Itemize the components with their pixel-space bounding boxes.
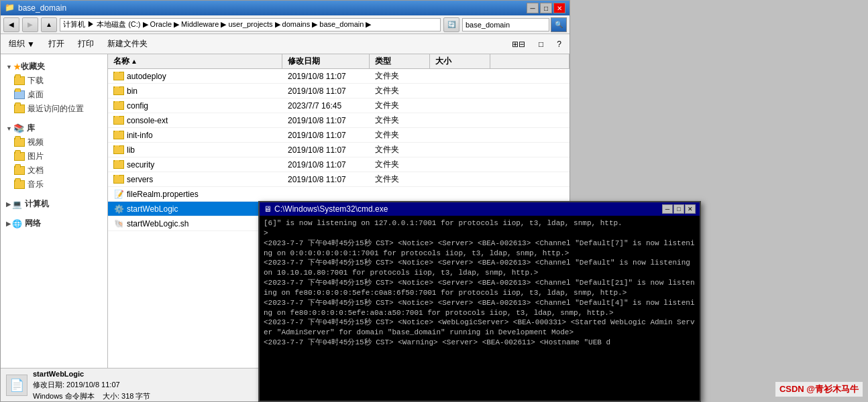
file-type-cell: 文件夹 — [370, 70, 430, 82]
cmd-title-bar: 🖥 C:\Windows\System32\cmd.exe ─ □ ✕ — [260, 202, 700, 216]
folder-icon — [14, 138, 25, 147]
cmd-body[interactable]: [6]" is now listening on 127.0.0.1:7001 … — [260, 216, 700, 401]
views-button[interactable]: ⊞⊟ — [509, 38, 528, 50]
folder-icon — [14, 180, 25, 189]
status-type: Windows 命令脚本 — [33, 392, 95, 400]
print-button[interactable]: 打印 — [75, 37, 97, 51]
table-row[interactable]: config 2023/7/7 16:45 文件夹 — [108, 98, 569, 113]
file-type-cell: 文件夹 — [370, 159, 430, 170]
table-row[interactable]: autodeploy 2019/10/8 11:07 文件夹 — [108, 69, 569, 84]
music-label: 音乐 — [28, 179, 44, 190]
file-icon: ⚙️ — [113, 204, 124, 214]
lib-expand-icon: ▼ — [6, 125, 12, 132]
favorites-header[interactable]: ▼ ★ 收藏夹 — [1, 60, 107, 74]
file-list-header: 名称 ▲ 修改日期 类型 大小 — [108, 54, 569, 69]
file-name-cell: init-info — [108, 131, 282, 140]
status-file-icon: 📄 — [6, 375, 28, 396]
sidebar-item-desktop[interactable]: 桌面 — [1, 88, 107, 102]
table-row[interactable]: servers 2019/10/8 11:07 文件夹 — [108, 172, 569, 187]
file-type-cell: 文件夹 — [370, 100, 430, 111]
table-row[interactable]: console-ext 2019/10/8 11:07 文件夹 — [108, 113, 569, 128]
cmd-maximize-button[interactable]: □ — [673, 204, 684, 214]
address-path[interactable]: 计算机 ▶ 本地磁盘 (C:) ▶ Oracle ▶ Middleware ▶ … — [60, 18, 441, 31]
file-name-cell: servers — [108, 175, 282, 184]
folder-icon — [113, 145, 124, 154]
network-section: ▶ 🌐 网络 — [1, 214, 107, 233]
recent-label: 最近访问的位置 — [28, 103, 84, 115]
sidebar-item-video[interactable]: 视频 — [1, 135, 107, 149]
file-name-text: startWebLogic — [127, 204, 178, 214]
file-name-text: autodeploy — [127, 72, 166, 81]
favorites-expand-icon: ▼ — [6, 64, 12, 70]
search-input[interactable] — [462, 18, 549, 31]
cmd-close-button[interactable]: ✕ — [685, 204, 696, 214]
computer-header[interactable]: ▶ 💻 计算机 — [1, 197, 107, 211]
organize-dropdown-icon: ▼ — [27, 40, 35, 49]
cmd-minimize-button[interactable]: ─ — [662, 204, 673, 214]
file-name-cell: bin — [108, 86, 282, 96]
file-name-text: security — [127, 160, 154, 170]
sidebar-item-doc[interactable]: 文档 — [1, 163, 107, 178]
table-row[interactable]: lib 2019/10/8 11:07 文件夹 — [108, 143, 569, 157]
col-header-type[interactable]: 类型 — [370, 54, 430, 68]
organize-label: 组织 — [9, 38, 25, 50]
network-icon: 🌐 — [12, 219, 22, 228]
col-type-label: 类型 — [375, 56, 391, 67]
minimize-button[interactable]: ─ — [527, 3, 539, 13]
organize-button[interactable]: 组织 ▼ — [6, 37, 38, 51]
refresh-button[interactable]: 🔄 — [443, 17, 459, 32]
sidebar-item-image[interactable]: 图片 — [1, 149, 107, 163]
table-row[interactable]: init-info 2019/10/8 11:07 文件夹 — [108, 128, 569, 143]
up-button[interactable]: ▲ — [41, 17, 57, 32]
file-type-cell: 文件夹 — [370, 115, 430, 126]
sidebar-item-recent[interactable]: 最近访问的位置 — [1, 102, 107, 116]
open-button[interactable]: 打开 — [46, 37, 67, 51]
col-header-name[interactable]: 名称 ▲ — [108, 54, 282, 68]
csdn-watermark: CSDN @青衫木马牛 — [775, 382, 863, 397]
back-button[interactable]: ◀ — [3, 17, 19, 32]
window-controls: ─ □ ✕ — [527, 3, 565, 13]
file-name-cell: ⚙️ startWebLogic — [108, 204, 282, 214]
path-text: 计算机 ▶ 本地磁盘 (C:) ▶ Oracle ▶ Middleware ▶ … — [63, 19, 371, 29]
file-name-cell: security — [108, 160, 282, 170]
network-header[interactable]: ▶ 🌐 网络 — [1, 216, 107, 230]
table-row[interactable]: 📝 fileRealm.properties — [108, 187, 569, 202]
file-name-cell: config — [108, 101, 282, 111]
library-section: ▼ 📚 库 视频 图片 文档 音乐 — [1, 119, 107, 194]
pc-expand-icon: ▶ — [6, 201, 11, 208]
file-type-cell: 文件夹 — [370, 174, 430, 185]
favorites-section: ▼ ★ 收藏夹 下载 桌面 最近访问的位置 — [1, 57, 107, 119]
title-bar: 📁 base_domain ─ □ ✕ — [1, 1, 569, 15]
col-header-date[interactable]: 修改日期 — [282, 54, 370, 68]
status-date: 修改日期: 2019/10/8 11:07 — [33, 379, 150, 391]
file-type-cell: 文件夹 — [370, 144, 430, 155]
forward-button[interactable]: ▶ — [22, 17, 38, 32]
library-header[interactable]: ▼ 📚 库 — [1, 121, 107, 135]
sidebar-item-music[interactable]: 音乐 — [1, 178, 107, 192]
computer-section: ▶ 💻 计算机 — [1, 194, 107, 214]
cmd-controls: ─ □ ✕ — [662, 204, 696, 214]
file-date-cell: 2019/10/8 11:07 — [282, 145, 370, 155]
close-button[interactable]: ✕ — [553, 3, 565, 13]
status-icon-glyph: 📄 — [9, 378, 24, 393]
view-toggle-button[interactable]: □ — [536, 38, 546, 50]
image-label: 图片 — [28, 151, 44, 162]
maximize-button[interactable]: □ — [540, 3, 552, 13]
sidebar-item-download[interactable]: 下载 — [1, 74, 107, 88]
status-size: 大小: 318 字节 — [103, 392, 151, 400]
help-button[interactable]: ? — [554, 38, 564, 50]
col-name-label: 名称 — [113, 56, 129, 67]
search-button[interactable]: 🔍 — [551, 17, 567, 32]
file-name-cell: 📝 fileRealm.properties — [108, 189, 282, 200]
search-area: 🔍 — [462, 17, 567, 32]
file-date-cell: 2019/10/8 11:07 — [282, 131, 370, 140]
table-row[interactable]: security 2019/10/8 11:07 文件夹 — [108, 157, 569, 172]
print-label: 打印 — [78, 38, 94, 50]
new-folder-button[interactable]: 新建文件夹 — [105, 37, 150, 51]
col-header-size[interactable]: 大小 — [430, 54, 490, 68]
table-row[interactable]: bin 2019/10/8 11:07 文件夹 — [108, 84, 569, 98]
folder-icon — [14, 105, 25, 113]
desktop-label: 桌面 — [28, 89, 44, 100]
folder-icon — [14, 90, 25, 99]
open-label: 打开 — [48, 38, 64, 50]
